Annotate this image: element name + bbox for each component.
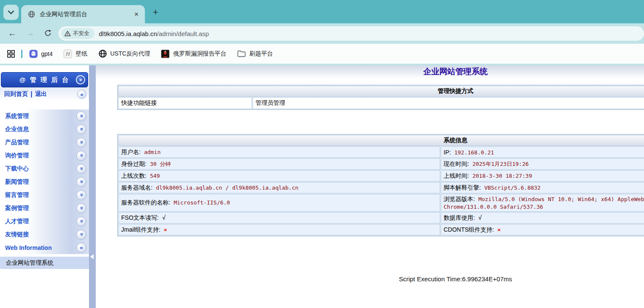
table-row: 服务器软件的名称:Microsoft-IIS/6.0 浏览器版本:Mozilla… <box>118 194 644 212</box>
chevron-down-icon[interactable]: « <box>76 203 86 213</box>
bookmark-label: 刷题平台 <box>249 50 273 58</box>
cell-ip: IP:192.168.0.21 <box>441 146 644 158</box>
bookmark-vuln-report[interactable]: 俄罗斯漏洞报告平台 <box>161 50 226 58</box>
back-button[interactable]: ← <box>5 26 19 41</box>
shortcut-link-functions[interactable]: 快捷功能链接 <box>118 97 252 109</box>
table-row: 用户名:admin IP:192.168.0.21 <box>118 146 644 158</box>
chevron-down-icon[interactable]: « <box>76 230 86 240</box>
bookmark-label: 俄罗斯漏洞报告平台 <box>173 50 226 58</box>
cell-database: 数据库使用:√ <box>441 212 644 224</box>
shortcut-link-admin[interactable]: 管理员管理 <box>253 97 644 109</box>
sidebar-item-friend-links[interactable]: 友情链接 « <box>0 228 89 241</box>
cell-server-domain: 服务器域名:dl9k8005.ia.aqlab.cn / dl9k8005.ia… <box>118 182 440 193</box>
sidebar-item-company-info[interactable]: 企业信息 « <box>0 123 89 136</box>
sidebar-menu: 系统管理 « 企业信息 « 产品管理 « 询价管理 « 下载中心 « 新闻管理 … <box>0 109 89 269</box>
sidebar-item-selected[interactable]: 企业网站管理系统 <box>0 257 89 269</box>
page-title: 企业网站管理系统 <box>423 67 488 76</box>
gpt4-icon <box>29 50 38 58</box>
bookmark-ustc-proxy[interactable]: USTC反向代理 <box>98 50 150 58</box>
reload-icon <box>44 29 52 37</box>
cell-username: 用户名:admin <box>118 146 440 158</box>
cell-login-count: 上线次数:549 <box>118 170 440 182</box>
wallpaper-icon-letter: H <box>66 50 70 57</box>
warning-triangle-icon <box>64 31 71 36</box>
table-row: 服务器域名:dl9k8005.ia.aqlab.cn / dl9k8005.ia… <box>118 182 644 193</box>
bookmark-wallpaper[interactable]: H 壁纸 <box>64 50 87 58</box>
address-bar[interactable]: 不安全 dl9k8005.ia.aqlab.cn/admin/default.a… <box>58 26 644 41</box>
logout-link[interactable]: 退出 <box>35 90 47 98</box>
sidebar-item-web-information[interactable]: Web Information « <box>0 241 89 254</box>
chevron-down-icon[interactable]: « <box>76 151 86 161</box>
home-link[interactable]: 回到首页 <box>4 90 28 98</box>
tab-favicon-globe-icon <box>27 10 36 19</box>
table-row: Jmail组件支持:× CDONTS组件支持:× <box>118 224 644 235</box>
page-title-band: 企业网站管理系统 <box>96 65 644 79</box>
sidebar-item-products[interactable]: 产品管理 « <box>0 136 89 149</box>
tab-bar: 企业网站管理后台 × + <box>0 0 644 23</box>
main-panel: 企业网站管理系统 管理快捷方式 快捷功能链接 管理员管理 系统信息 用户名:ad… <box>96 65 644 308</box>
cell-jmail: Jmail组件支持:× <box>118 224 440 235</box>
cell-current-time: 现在时间:2025年1月23日19:26 <box>441 158 644 170</box>
sidebar-header-title: @ 管 理 后 台 <box>19 76 69 84</box>
sidebar-item-cases[interactable]: 案例管理 « <box>0 202 89 215</box>
admin-sidebar: @ 管 理 后 台 « 回到首页 | 退出 « 系统管理 « 企业信息 « 产品… <box>0 65 89 308</box>
reload-button[interactable] <box>41 26 55 41</box>
chevron-down-icon <box>8 11 14 14</box>
bookmark-quiz-platform[interactable]: 刷题平台 <box>237 50 273 58</box>
tab-title: 企业网站管理后台 <box>40 11 132 18</box>
apps-grid-button[interactable] <box>7 50 15 58</box>
sidebar-item-downloads[interactable]: 下载中心 « <box>0 162 89 175</box>
new-tab-button[interactable]: + <box>149 6 162 19</box>
bookmark-label: gpt4 <box>41 50 53 57</box>
wallpaper-icon: H <box>64 50 72 58</box>
bookmark-gpt4[interactable]: gpt4 <box>29 50 53 58</box>
quick-links-separator: | <box>31 90 32 98</box>
chevron-down-icon[interactable]: « <box>76 111 86 121</box>
cell-cdonts: CDONTS组件支持:× <box>441 224 644 235</box>
cell-fso: FSO文本读写:√ <box>118 212 440 224</box>
bookmarks-divider <box>21 50 22 58</box>
sidebar-item-messages[interactable]: 留言管理 « <box>0 188 89 202</box>
folder-icon <box>237 50 246 58</box>
chevron-down-icon[interactable]: « <box>76 216 86 227</box>
cell-server-software: 服务器软件的名称:Microsoft-IIS/6.0 <box>118 194 440 212</box>
security-chip[interactable]: 不安全 <box>61 28 94 39</box>
chevron-left-icon[interactable]: « <box>76 243 86 253</box>
table-row: FSO文本读写:√ 数据库使用:√ <box>118 212 644 224</box>
tab-search-button[interactable] <box>3 5 19 20</box>
sidebar-header[interactable]: @ 管 理 后 台 « <box>1 72 88 87</box>
tab-close-icon[interactable]: × <box>132 10 141 19</box>
apps-grid-icon <box>7 50 15 58</box>
url-path: /admin/default.asp <box>157 30 209 37</box>
collapse-all-icon[interactable]: « <box>76 75 85 84</box>
chevron-down-icon[interactable]: « <box>76 124 86 134</box>
url-text: dl9k8005.ia.aqlab.cn/admin/default.asp <box>99 30 209 37</box>
cell-browser-version: 浏览器版本:Mozilla/5.0 (Windows NT 10.0; Win6… <box>441 194 644 212</box>
sidebar-item-inquiry[interactable]: 询价管理 « <box>0 149 89 162</box>
browser-toolbar: ← → 不安全 dl9k8005.ia.aqlab.cn/admin/defau… <box>0 23 644 44</box>
table-row: 上线次数:549 上线时间:2018-3-30 18:27:39 <box>118 170 644 182</box>
bookmark-label: 壁纸 <box>75 50 87 58</box>
sidebar-splitter[interactable] <box>89 65 96 308</box>
shortcut-table: 管理快捷方式 快捷功能链接 管理员管理 <box>117 85 644 110</box>
chevron-down-icon[interactable]: « <box>76 190 86 200</box>
bookmark-label: USTC反向代理 <box>110 50 150 58</box>
collapse-sidebar-arrow-icon[interactable] <box>90 254 94 259</box>
sidebar-item-talent[interactable]: 人才管理 « <box>0 215 89 228</box>
url-host: dl9k8005.ia.aqlab.cn <box>99 30 157 37</box>
chevron-left-icon[interactable]: « <box>77 90 86 99</box>
system-info-header: 系统信息 <box>118 135 644 146</box>
shortcut-table-header: 管理快捷方式 <box>118 86 644 97</box>
avatar-icon <box>161 50 169 58</box>
chevron-down-icon[interactable]: « <box>76 164 86 174</box>
cell-script-engine: 脚本解释引擎:VBScript/5.6.8832 <box>441 182 644 193</box>
script-execution-time: Script Execution Time:6.996234E+07ms <box>117 275 644 283</box>
chevron-down-icon[interactable]: « <box>76 177 86 187</box>
bookmarks-bar: gpt4 H 壁纸 USTC反向代理 俄罗斯漏洞报告平台 <box>0 44 644 64</box>
page-content: @ 管 理 后 台 « 回到首页 | 退出 « 系统管理 « 企业信息 « 产品… <box>0 65 644 308</box>
chevron-down-icon[interactable]: « <box>76 137 86 148</box>
forward-button[interactable]: → <box>23 26 37 41</box>
sidebar-item-news[interactable]: 新闻管理 « <box>0 175 89 188</box>
sidebar-item-system[interactable]: 系统管理 « <box>0 109 89 123</box>
browser-tab[interactable]: 企业网站管理后台 × <box>21 5 145 23</box>
